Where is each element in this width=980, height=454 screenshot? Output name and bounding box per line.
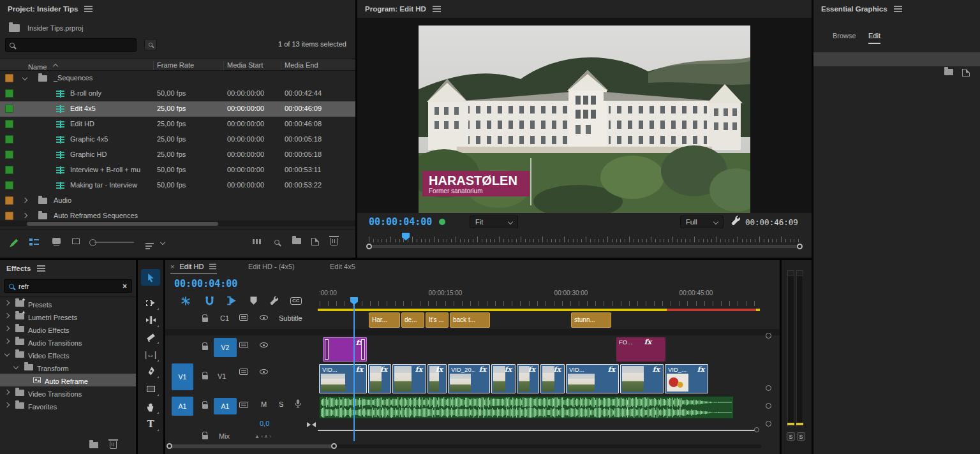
v1-track-id[interactable]: V1: [218, 372, 226, 380]
scrollbar-thumb[interactable]: [27, 222, 218, 226]
track-resize-handle[interactable]: [766, 421, 771, 427]
new-group-icon[interactable]: [944, 69, 953, 75]
project-row[interactable]: Edit HD25,00 fps00:00:00:0000:00:46:08: [0, 117, 355, 132]
chevron-right-icon[interactable]: [4, 300, 10, 305]
caption-track-id[interactable]: C1: [220, 314, 229, 322]
caption-clip[interactable]: Har...: [369, 312, 400, 328]
find-button[interactable]: [274, 238, 279, 246]
video-clip[interactable]: fx: [517, 364, 539, 393]
chevron-right-icon[interactable]: [4, 339, 10, 344]
label-chip[interactable]: [5, 150, 13, 159]
label-chip[interactable]: [5, 212, 13, 220]
video-clip[interactable]: fx: [491, 364, 516, 393]
label-chip[interactable]: [5, 166, 13, 174]
label-chip[interactable]: [5, 196, 13, 205]
effects-tree-item[interactable]: Lumetri Presets: [0, 310, 136, 323]
video-clip[interactable]: VID_20...fx: [448, 364, 490, 393]
scrollbar-track[interactable]: [369, 245, 800, 248]
type-tool[interactable]: T: [141, 416, 160, 432]
timeline-playhead[interactable]: [353, 302, 355, 441]
chevron-right-icon[interactable]: [4, 402, 10, 407]
project-horizontal-scrollbar[interactable]: [0, 221, 355, 226]
sort-ascending-icon[interactable]: [53, 64, 58, 69]
track-resize-handle[interactable]: [766, 403, 771, 409]
timeline-timecode[interactable]: 00:00:04:00: [174, 278, 237, 289]
effects-tree-item[interactable]: Favorites: [0, 399, 136, 412]
video-clip[interactable]: VID_...fx: [665, 364, 708, 393]
v2-track-target[interactable]: V2: [214, 338, 237, 357]
chevron-right-icon[interactable]: [4, 313, 10, 318]
chevron-down-icon[interactable]: [4, 351, 10, 356]
track-output-icon[interactable]: [239, 369, 248, 375]
project-row[interactable]: Interview + B-roll + mu50,00 fps00:00:00…: [0, 163, 355, 178]
automate-to-sequence-button[interactable]: [253, 238, 263, 247]
panel-menu-icon[interactable]: [84, 8, 93, 10]
lock-icon[interactable]: [202, 318, 208, 322]
panel-menu-icon[interactable]: [894, 8, 902, 10]
timeline-settings-button[interactable]: [269, 296, 279, 306]
project-row[interactable]: Making tar - Interview50,00 fps00:00:00:…: [0, 178, 355, 193]
project-row[interactable]: Graphic 4x525,00 fps00:00:00:0000:00:05:…: [0, 132, 355, 147]
solo-right-button[interactable]: S: [797, 432, 805, 441]
chevron-down-icon[interactable]: [13, 364, 19, 369]
playback-resolution-select[interactable]: Full: [680, 216, 724, 228]
effects-tree-item[interactable]: Audio Transitions: [0, 335, 136, 348]
video-frame[interactable]: HARASTØLEN Former sanatorium: [419, 26, 750, 213]
insert-overwrite-nest-button[interactable]: [181, 296, 191, 306]
sort-chevron-icon[interactable]: [160, 240, 165, 245]
label-chip[interactable]: [5, 74, 13, 82]
close-icon[interactable]: ×: [170, 263, 174, 270]
project-row[interactable]: Graphic HD25,00 fps00:00:00:0000:00:05:1…: [0, 147, 355, 163]
video-clip[interactable]: fx: [368, 364, 391, 393]
program-scrollbar[interactable]: [369, 244, 800, 250]
effects-tree-item[interactable]: Video Transitions: [0, 386, 136, 399]
master-volume-handle[interactable]: [754, 427, 759, 432]
a1-track-target[interactable]: A1: [214, 398, 237, 414]
video-clip[interactable]: fx: [620, 364, 664, 393]
label-chip[interactable]: [5, 105, 13, 113]
audio-clip[interactable]: [319, 396, 734, 419]
video-clip[interactable]: fx: [392, 364, 426, 393]
caption-clip[interactable]: stunn...: [571, 312, 611, 328]
track-output-icon[interactable]: [239, 342, 248, 348]
video-clip[interactable]: VID...fx: [319, 364, 367, 393]
project-search-input[interactable]: [5, 38, 137, 52]
video-clip[interactable]: fx: [427, 364, 447, 393]
program-mini-timeline[interactable]: [369, 233, 800, 242]
project-row[interactable]: Audio: [0, 193, 355, 209]
lock-icon[interactable]: [202, 404, 208, 409]
project-file-row[interactable]: Insider Tips.prproj: [0, 20, 355, 36]
graphics-layer-strip[interactable]: [813, 52, 980, 66]
ripple-edit-tool[interactable]: [141, 312, 160, 328]
chevron-right-icon[interactable]: [22, 213, 27, 218]
panel-menu-icon[interactable]: [209, 266, 216, 267]
graphic-clip[interactable]: FO...fx: [616, 337, 665, 362]
label-chip[interactable]: [5, 120, 13, 128]
timeline-tab-edit-hd-4x5-[interactable]: Edit HD - (4x5): [248, 263, 295, 274]
label-chip[interactable]: [5, 89, 13, 98]
new-bin-button[interactable]: [292, 238, 301, 245]
keyframe-nav-icons[interactable]: ▲ ‹ ∧ ›: [255, 434, 271, 439]
hand-tool[interactable]: [141, 399, 160, 415]
collapse-track-icon[interactable]: [307, 422, 316, 427]
zoom-slider[interactable]: [94, 242, 134, 243]
search-bin-button[interactable]: [144, 39, 157, 50]
new-custom-bin-icon[interactable]: [89, 442, 98, 448]
column-media-end[interactable]: Media End: [285, 61, 318, 69]
label-chip[interactable]: [5, 181, 13, 189]
video-clip[interactable]: fx: [540, 364, 565, 393]
eye-icon[interactable]: [260, 369, 268, 374]
track-output-icon[interactable]: [239, 402, 248, 408]
solo-button[interactable]: S: [279, 400, 283, 408]
list-view-button[interactable]: [29, 238, 39, 247]
voiceover-record-button[interactable]: [294, 399, 302, 408]
delete-custom-item-icon[interactable]: [110, 441, 117, 449]
a1-source-patch[interactable]: A1: [172, 397, 193, 416]
clear-search-icon[interactable]: ×: [122, 282, 127, 291]
tab-edit[interactable]: Edit: [868, 32, 880, 44]
new-layer-icon[interactable]: [962, 69, 970, 77]
chevron-right-icon[interactable]: [4, 326, 10, 331]
scrollbar-right-handle[interactable]: [331, 443, 337, 449]
razor-tool[interactable]: [141, 328, 160, 345]
captions-button[interactable]: CC: [290, 296, 302, 305]
